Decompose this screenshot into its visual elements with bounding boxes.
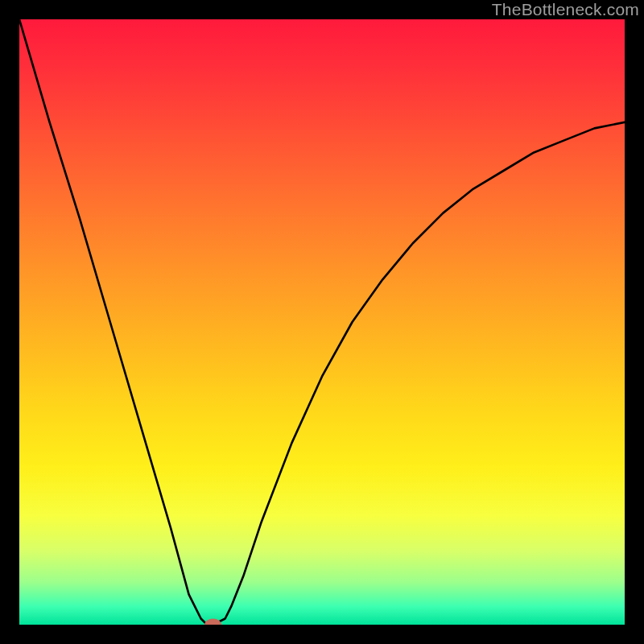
plot-svg <box>19 19 625 625</box>
bottleneck-curve <box>19 19 625 625</box>
plot-area <box>19 19 625 625</box>
curve-min-marker <box>204 618 221 625</box>
attribution-text: TheBottleneck.com <box>492 0 639 19</box>
chart-frame: TheBottleneck.com <box>0 0 644 644</box>
